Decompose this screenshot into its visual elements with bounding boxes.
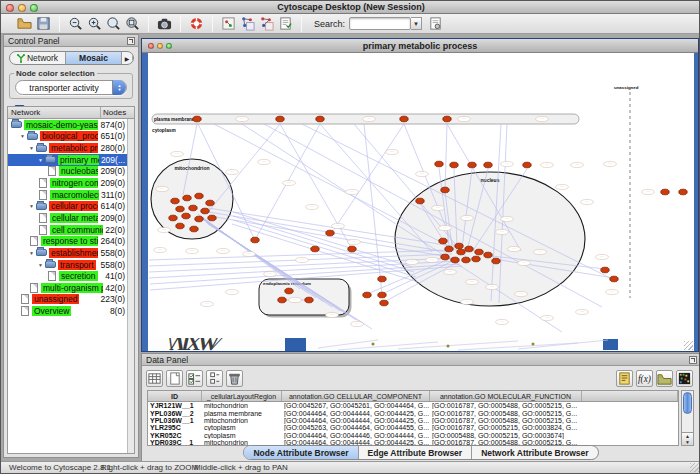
search-dropdown-button[interactable]: ▼ [411, 17, 422, 30]
table-row[interactable]: YPL036W__1mitochondrion[GO:0044464, GO:0… [148, 417, 678, 424]
graph-node[interactable] [190, 226, 198, 232]
graph-node[interactable] [183, 195, 191, 201]
tree-col-nodes[interactable]: Nodes [101, 107, 134, 118]
save-session-icon[interactable] [34, 15, 52, 33]
table-column-header[interactable]: _cellularLayoutRegion [202, 391, 282, 401]
graph-node[interactable] [468, 162, 476, 168]
graph-node[interactable] [285, 288, 293, 294]
graph-node[interactable] [416, 198, 424, 204]
graph-node[interactable] [601, 267, 609, 273]
graph-node[interactable] [455, 243, 463, 249]
tree-col-network[interactable]: Network [8, 107, 101, 118]
graph-node[interactable] [348, 246, 356, 252]
node-color-dropdown[interactable]: transporter activity ▲▼ [15, 80, 127, 95]
graph-node[interactable] [661, 189, 669, 195]
graph-node[interactable] [193, 116, 201, 122]
tree-row[interactable]: Overview8(0) [8, 305, 127, 317]
graph-node[interactable] [189, 205, 197, 211]
disclosure-triangle-icon[interactable]: ▼ [20, 133, 27, 139]
graph-node[interactable] [400, 116, 408, 122]
open-file-icon[interactable] [15, 15, 33, 33]
tree-row[interactable]: unassigned223(0) [8, 294, 127, 306]
tree-row[interactable]: secretion41(0) [8, 270, 127, 282]
graph-node[interactable] [208, 215, 216, 221]
tree-row[interactable]: ▼establishment of lo558(0) [8, 247, 127, 259]
graph-node[interactable] [195, 193, 203, 199]
graph-node[interactable] [462, 257, 470, 263]
tree-row[interactable]: response to stimulu264(0) [8, 235, 127, 247]
search-options-icon[interactable] [426, 15, 444, 33]
window-titlebar[interactable]: Cytoscape Desktop (New Session) [1, 1, 700, 14]
help-lifering-icon[interactable] [187, 15, 205, 33]
graph-node[interactable] [251, 237, 259, 243]
graph-node[interactable] [195, 216, 203, 222]
network-window-titlebar[interactable]: primary metabolic process [142, 39, 698, 53]
tab-node-attribute-browser[interactable]: Node Attribute Browser [244, 446, 358, 459]
graph-node[interactable] [311, 246, 319, 252]
zoom-selected-icon[interactable] [104, 15, 122, 33]
table-row[interactable]: YKR052Ccytoplasm[GO:0044464, GO:0044446,… [148, 432, 678, 439]
graph-node[interactable] [380, 300, 388, 306]
tree-row[interactable]: nucleobase-209(0) [8, 166, 127, 178]
graph-node[interactable] [176, 223, 184, 229]
tree-row[interactable]: ▼metabolic process280(0) [8, 142, 127, 154]
tree-row[interactable]: cellular metabol209(0) [8, 212, 127, 224]
graph-node[interactable] [363, 292, 371, 298]
graph-node[interactable] [484, 162, 492, 168]
control-panel-header[interactable]: Control Panel [4, 35, 138, 47]
search-input[interactable] [349, 17, 411, 30]
function-builder-icon[interactable]: f(x) [636, 370, 653, 387]
attribute-grid-icon[interactable] [146, 370, 163, 387]
table-scrollbar[interactable]: ▲▼ [681, 390, 694, 446]
graph-node[interactable] [465, 246, 473, 252]
graph-node[interactable] [443, 116, 451, 122]
zoom-fit-icon[interactable] [123, 15, 141, 33]
data-panel-header[interactable]: Data Panel [142, 354, 700, 366]
tab-edge-attribute-browser[interactable]: Edge Attribute Browser [359, 446, 473, 459]
tab-overflow-button[interactable]: ▶ [122, 52, 133, 64]
graph-node[interactable] [171, 198, 179, 204]
disclosure-triangle-icon[interactable]: ▼ [38, 157, 45, 163]
scrollbar-thumb[interactable] [683, 392, 692, 414]
table-column-header[interactable]: ID [148, 391, 202, 401]
table-column-header[interactable]: annotation.GO CELLULAR_COMPONENT [282, 391, 430, 401]
graph-node[interactable] [451, 257, 459, 263]
zoom-in-icon[interactable] [85, 15, 103, 33]
report-icon[interactable] [616, 370, 633, 387]
disclosure-triangle-icon[interactable]: ▼ [29, 203, 36, 209]
graph-node[interactable] [523, 162, 531, 168]
graph-node[interactable] [445, 246, 453, 252]
snapshot-camera-icon[interactable] [155, 15, 173, 33]
disclosure-triangle-icon[interactable]: ▼ [38, 262, 45, 268]
app-resize-grip[interactable] [690, 463, 699, 472]
graph-edge[interactable] [364, 124, 382, 294]
table-row[interactable]: YLR295Ccytoplasm[GO:0045263, GO:0044464,… [148, 424, 678, 431]
graph-node[interactable] [679, 189, 687, 195]
graph-node[interactable] [278, 297, 286, 303]
table-column-header[interactable]: annotation.GO MOLECULAR_FUNCTION [430, 391, 582, 401]
network-overlay-blue-icon[interactable] [238, 15, 256, 33]
tree-row[interactable]: cell communicat22(0) [8, 224, 127, 236]
tree-row[interactable]: ▼biological_process651(0) [8, 131, 127, 143]
import-attributes-icon[interactable] [656, 370, 673, 387]
network-overlay-red-icon[interactable] [257, 15, 275, 33]
graph-edge[interactable] [232, 224, 418, 282]
graph-node[interactable] [441, 254, 449, 260]
tree-row[interactable]: macromolecule311(0) [8, 189, 127, 201]
tree-row[interactable]: multi-organism pro42(0) [8, 282, 127, 294]
window-resize-grip[interactable] [684, 341, 693, 350]
graph-node[interactable] [305, 297, 313, 303]
graph-edge[interactable] [233, 216, 414, 272]
vizmapper-icon[interactable] [219, 15, 237, 33]
graph-node[interactable] [484, 252, 492, 258]
graph-node[interactable] [378, 292, 386, 298]
graph-node[interactable] [206, 200, 214, 206]
new-attribute-icon[interactable] [166, 370, 183, 387]
attribute-matrix-icon[interactable] [676, 370, 693, 387]
graph-node[interactable] [439, 238, 447, 244]
graph-node[interactable] [378, 276, 386, 282]
graph-node[interactable] [435, 161, 443, 167]
graph-node[interactable] [176, 206, 184, 212]
tab-network[interactable]: Network [10, 52, 66, 64]
tab-mosaic[interactable]: Mosaic [66, 52, 122, 64]
